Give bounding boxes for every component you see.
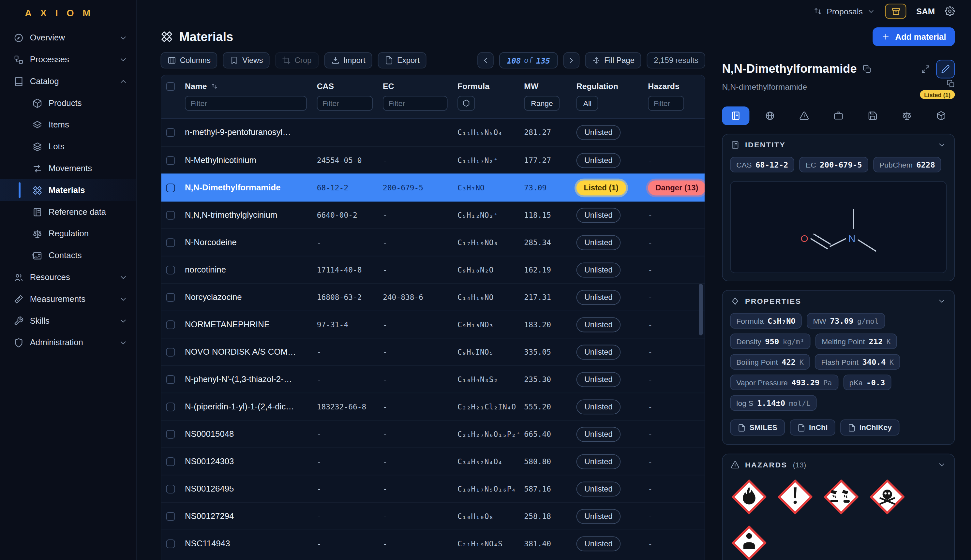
table-row-ns00124303[interactable]: NS00124303--C₃₄H₅₂N₄O₄580.80Unlisted- bbox=[161, 448, 705, 475]
export-inchikey-button[interactable]: InChIKey bbox=[840, 420, 899, 436]
table-row-n-methyl-9-pentofuranosyl[interactable]: n-methyl-9-pentofuranosyl…--C₁₁H₁₅N₅O₄28… bbox=[161, 119, 705, 147]
table-row-normetanephrine[interactable]: NORMETANEPHRINE97-31-4-C₉H₁₃NO₃183.20Unl… bbox=[161, 311, 705, 338]
collapse-identity-icon[interactable] bbox=[938, 140, 946, 149]
export-inchi-button[interactable]: InChI bbox=[790, 420, 835, 436]
formula-filter-button[interactable] bbox=[457, 96, 475, 111]
row-checkbox[interactable] bbox=[166, 156, 175, 165]
import-button[interactable]: Import bbox=[324, 52, 372, 68]
cas-filter-input[interactable] bbox=[317, 96, 373, 111]
identity-chip-pubchem[interactable]: PubChem6228 bbox=[873, 157, 941, 172]
views-button[interactable]: Views bbox=[223, 52, 270, 68]
sidebar-item-measurements[interactable]: Measurements bbox=[0, 288, 136, 310]
table-row-nsc114943[interactable]: NSC114943--C₂₁H₁₉NO₄S381.40Unlisted- bbox=[161, 530, 705, 557]
table-row-n-n-n-trimethylglycinium[interactable]: N,N,N-trimethylglycinium6640-00-2-C₅H₁₂N… bbox=[161, 201, 705, 228]
row-checkbox[interactable] bbox=[166, 457, 175, 466]
regulation-badge[interactable]: Unlisted bbox=[576, 536, 621, 551]
axiom-logo[interactable]: AXIOM bbox=[0, 0, 136, 25]
sidebar-item-regulation[interactable]: Regulation bbox=[0, 223, 136, 245]
export-button[interactable]: Export bbox=[378, 52, 427, 68]
regulation-badge[interactable]: Unlisted bbox=[576, 399, 621, 414]
hazard-badge[interactable]: Danger (13) bbox=[648, 180, 705, 195]
sidebar-item-materials[interactable]: Materials bbox=[0, 179, 136, 201]
row-checkbox[interactable] bbox=[166, 484, 175, 493]
col-hazards[interactable]: Hazards bbox=[643, 78, 705, 92]
identity-header[interactable]: IDENTITY bbox=[722, 134, 954, 155]
sidebar-item-items[interactable]: Items bbox=[0, 114, 136, 136]
sidebar-item-overview[interactable]: Overview bbox=[0, 27, 136, 48]
col-cas[interactable]: CAS bbox=[312, 78, 377, 92]
regulation-badge[interactable]: Unlisted bbox=[576, 290, 621, 305]
sidebar-item-processes[interactable]: Processes bbox=[0, 48, 136, 70]
proposals-menu[interactable]: Proposals bbox=[814, 7, 875, 16]
col-mw[interactable]: MW bbox=[519, 78, 571, 92]
detail-tab-box[interactable] bbox=[927, 106, 955, 125]
add-material-button[interactable]: Add material bbox=[873, 27, 955, 46]
detail-tab-save[interactable] bbox=[859, 106, 886, 125]
table-row-ns00126495[interactable]: NS00126495--C₁₀H₁₇N₅O₁₆P₄587.16Unlisted- bbox=[161, 475, 705, 502]
sidebar-item-reference-data[interactable]: Reference data bbox=[0, 201, 136, 223]
row-checkbox[interactable] bbox=[166, 265, 175, 274]
row-checkbox[interactable] bbox=[166, 375, 175, 384]
regulation-badge[interactable]: Unlisted bbox=[576, 509, 621, 524]
collapse-hazards-icon[interactable] bbox=[938, 461, 946, 469]
regulation-badge[interactable]: Unlisted bbox=[576, 482, 621, 497]
row-checkbox[interactable] bbox=[166, 402, 175, 411]
table-row-novo-nordisk-a-s-com[interactable]: NOVO NORDISK A/S COM…--C₉H₆INO₅335.05Unl… bbox=[161, 338, 705, 365]
row-checkbox[interactable] bbox=[166, 320, 175, 329]
edit-button[interactable] bbox=[936, 60, 955, 78]
regulation-badge[interactable]: Unlisted bbox=[576, 262, 621, 277]
sidebar-item-resources[interactable]: Resources bbox=[0, 266, 136, 288]
regulation-badge[interactable]: Unlisted bbox=[576, 317, 621, 332]
identity-chip-ec[interactable]: EC200-679-5 bbox=[799, 157, 868, 172]
row-checkbox[interactable] bbox=[166, 210, 175, 219]
sidebar-item-catalog[interactable]: Catalog bbox=[0, 70, 136, 92]
row-checkbox[interactable] bbox=[166, 512, 175, 520]
prev-page-button[interactable] bbox=[478, 52, 494, 68]
regulation-badge[interactable]: Unlisted bbox=[576, 153, 621, 168]
regulation-badge[interactable]: Listed (1) bbox=[576, 180, 626, 195]
hazards-filter-input[interactable] bbox=[648, 96, 684, 111]
sidebar-item-administration[interactable]: Administration bbox=[0, 332, 136, 353]
mw-range-button[interactable]: Range bbox=[524, 96, 560, 111]
row-checkbox[interactable] bbox=[166, 430, 175, 438]
table-row-n-phenyl-n-1-3-thiazol-2[interactable]: N-phenyl-N'-(1,3-thiazol-2-…--C₁₀H₉N₃S₂2… bbox=[161, 365, 705, 393]
name-filter-input[interactable] bbox=[185, 96, 307, 111]
collapse-properties-icon[interactable] bbox=[938, 297, 946, 306]
table-row-n-n-dimethylformamide[interactable]: N,N-Dimethylformamide68-12-2200-679-5C₃H… bbox=[161, 174, 705, 201]
detail-tab-ledger[interactable] bbox=[722, 106, 749, 125]
regulation-badge[interactable]: Unlisted bbox=[576, 454, 621, 469]
regulation-filter-button[interactable]: All bbox=[576, 96, 598, 111]
row-checkbox[interactable] bbox=[166, 238, 175, 247]
table-row-ns00127294[interactable]: NS00127294--C₁₀H₁₀O₈258.18Unlisted- bbox=[161, 502, 705, 530]
sort-icon[interactable] bbox=[211, 82, 219, 90]
expand-icon[interactable] bbox=[921, 65, 930, 74]
next-page-button[interactable] bbox=[563, 52, 579, 68]
identity-chip-cas[interactable]: CAS68-12-2 bbox=[730, 157, 794, 172]
table-row-n-methylnicotinium[interactable]: N-Methylnicotinium24554-05-0-C₁₁H₁₇N₂⁺17… bbox=[161, 147, 705, 174]
ec-filter-input[interactable] bbox=[383, 96, 448, 111]
row-checkbox[interactable] bbox=[166, 128, 175, 137]
col-name[interactable]: Name bbox=[180, 78, 312, 92]
page-indicator[interactable]: 108 of 135 bbox=[499, 52, 557, 68]
table-row-n-piperidin-1-yl-1-2-4-dic[interactable]: N-(piperidin-1-yl)-1-(2,4-dic…183232-66-… bbox=[161, 393, 705, 420]
regulation-badge[interactable]: Unlisted bbox=[576, 235, 621, 250]
settings-button[interactable] bbox=[945, 6, 955, 16]
regulation-badge[interactable]: Unlisted bbox=[576, 427, 621, 442]
col-ec[interactable]: EC bbox=[378, 78, 452, 92]
columns-button[interactable]: Columns bbox=[161, 52, 217, 68]
detail-tab-briefcase[interactable] bbox=[824, 106, 852, 125]
table-row-norcotinine[interactable]: norcotinine17114-40-8-C₉H₁₀N₂O162.19Unli… bbox=[161, 256, 705, 283]
table-row-norcyclazocine[interactable]: Norcyclazocine16808-63-2240-838-6C₁₄H₁₉N… bbox=[161, 283, 705, 311]
sidebar-item-products[interactable]: Products bbox=[0, 92, 136, 114]
row-checkbox[interactable] bbox=[166, 539, 175, 548]
sidebar-item-lots[interactable]: Lots bbox=[0, 136, 136, 157]
row-checkbox[interactable] bbox=[166, 293, 175, 302]
detail-tab-warning[interactable] bbox=[790, 106, 818, 125]
table-row-n-norcodeine[interactable]: N-Norcodeine--C₁₇H₁₉NO₃285.34Unlisted- bbox=[161, 228, 705, 256]
col-regulation[interactable]: Regulation bbox=[571, 78, 643, 92]
detail-tab-scale[interactable] bbox=[893, 106, 921, 125]
copy-title-icon[interactable] bbox=[863, 65, 872, 74]
sidebar-item-movements[interactable]: Movements bbox=[0, 157, 136, 179]
table-scrollbar[interactable] bbox=[699, 283, 702, 335]
archive-button[interactable] bbox=[885, 3, 906, 18]
